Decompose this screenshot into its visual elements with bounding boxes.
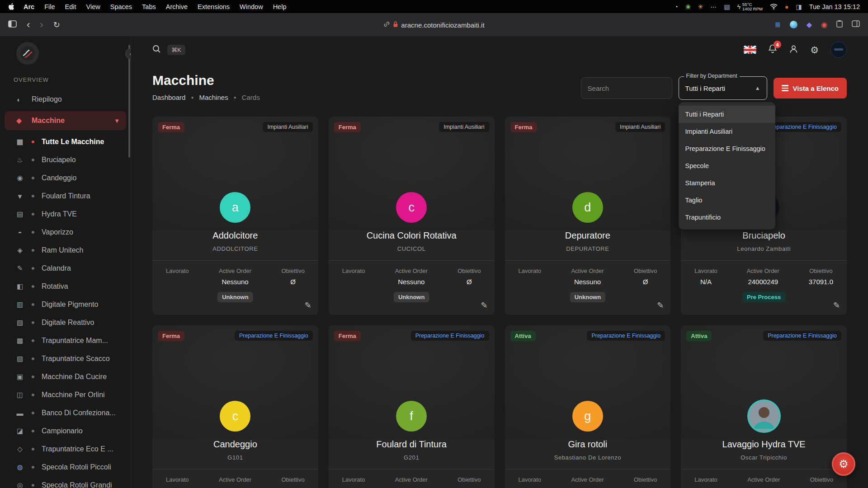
edit-pencil-icon[interactable]: ✎ — [305, 300, 311, 310]
bullet-dot — [32, 375, 34, 378]
split-view-icon[interactable] — [852, 20, 860, 29]
machine-card-addolcitore[interactable]: Ferma Impianti Ausiliari a Addolcitore A… — [152, 117, 318, 315]
dropdown-option-stamperia[interactable]: Stamperia — [679, 174, 775, 192]
menu-extensions[interactable]: Extensions — [193, 3, 235, 10]
machine-subtitle: Oscar Tripicchio — [681, 454, 847, 461]
menubar-app-name[interactable]: Arc — [19, 3, 39, 10]
app-status-icon[interactable]: ● — [785, 4, 788, 10]
display-icon[interactable]: ▤ — [724, 4, 730, 10]
sidebar-item-digitale-pigmento[interactable]: ▥Digitale Pigmento — [0, 296, 131, 314]
menu-spaces[interactable]: Spaces — [105, 3, 137, 10]
wifi-icon[interactable] — [770, 4, 778, 9]
sidebar-section-label: OVERVIEW — [14, 76, 131, 83]
browser-extension-icon[interactable] — [790, 21, 797, 28]
sidebar-item-trapuntatrice-scacco[interactable]: ▧Trapuntatrice Scacco — [0, 350, 131, 368]
link-icon — [383, 21, 390, 28]
sidebar-item-tutte-le-macchine[interactable]: ▦Tutte Le Macchine — [0, 133, 131, 151]
breadcrumb-machines[interactable]: Machines — [199, 94, 228, 101]
sidebar-item-calandra[interactable]: ✎Calandra — [0, 259, 131, 277]
language-flag-icon[interactable] — [744, 46, 756, 54]
url-text: aracne.cotonificiozambaiti.it — [401, 21, 484, 28]
stat-label: Obiettivo — [634, 476, 657, 483]
sidebar-item-riepilogo[interactable]: ◐ Riepilogo — [0, 90, 131, 108]
sidebar-item-foulard-tintura[interactable]: ▼Foulard Tintura — [0, 187, 131, 205]
menu-tabs[interactable]: Tabs — [137, 3, 161, 10]
sidebar-item-vaporizzo[interactable]: ◓Vaporizzo — [0, 223, 131, 241]
sidebar-item-candeggio[interactable]: ◉Candeggio — [0, 169, 131, 187]
sidebar-item-macchine-da-cucire[interactable]: ▣Macchine Da Cucire — [0, 368, 131, 386]
reading-list-icon[interactable]: ≣ — [774, 21, 780, 28]
more-menu-icon[interactable]: ⋯ — [710, 4, 717, 10]
sidebar-toggle-icon[interactable] — [8, 20, 17, 29]
sidebar-item-specola-rotoli-grandi[interactable]: ◎Specola Rotoli Grandi — [0, 476, 131, 488]
sidebar-item-campionario[interactable]: ◪Campionario — [0, 422, 131, 440]
machine-card-foulard-di-tintura[interactable]: Ferma Preparazione E Finissaggio f Foula… — [329, 325, 495, 488]
machine-card-lavaggio-hydra-tve[interactable]: Attiva Preparazione E Finissaggio Lavagg… — [681, 325, 847, 488]
sidebar-collapse-button[interactable]: ‹ — [125, 48, 131, 59]
sidebar-item-label: Specola Rotoli Piccoli — [42, 463, 111, 471]
menu-window[interactable]: Window — [235, 3, 268, 10]
istat-icon[interactable]: ✳ — [698, 4, 703, 10]
sidebar-scrollbar[interactable] — [128, 45, 130, 158]
profile-avatar[interactable] — [830, 42, 847, 58]
dropdown-option-tutti[interactable]: Tutti i Reparti — [679, 106, 775, 123]
avatar-letter: c — [232, 409, 239, 423]
reload-button[interactable]: ↻ — [53, 21, 60, 29]
adblock-extension-icon[interactable]: ◉ — [821, 21, 827, 28]
department-select[interactable]: Tutti i Reparti ▲ — [679, 76, 767, 100]
clipboard-icon[interactable] — [836, 20, 843, 29]
sidebar-item-macchine[interactable]: ◆ Macchine ▼ — [5, 111, 126, 130]
search-shortcut-badge[interactable]: ⌘K — [167, 45, 185, 55]
dropdown-option-taglio[interactable]: Taglio — [679, 192, 775, 209]
sidebar-item-digitale-reattivo[interactable]: ▨Digitale Reattivo — [0, 314, 131, 332]
menubar-clock[interactable]: Tue Jan 13 15:12 — [809, 3, 860, 10]
breadcrumb-cards: Cards — [242, 94, 260, 101]
menu-help[interactable]: Help — [268, 3, 292, 10]
edit-pencil-icon[interactable]: ✎ — [657, 300, 664, 310]
sidebar-item-rotativa[interactable]: ◧Rotativa — [0, 277, 131, 296]
sidebar-item-bruciapelo[interactable]: ♨Bruciapelo — [0, 151, 131, 169]
machine-card-gira-rotoli[interactable]: Attiva Preparazione E Finissaggio g Gira… — [505, 325, 671, 488]
apple-logo-icon[interactable] — [8, 3, 15, 10]
settings-gear-icon[interactable]: ⚙ — [810, 45, 819, 55]
dropdown-option-preparazione[interactable]: Preparazione E Finissaggio — [679, 140, 775, 157]
sensor-readout[interactable]: ϟ 55°C 1402 RPM — [737, 2, 763, 11]
list-view-button[interactable]: Vista a Elenco — [774, 78, 847, 99]
settings-fab-button[interactable]: ⚙ — [832, 452, 855, 476]
address-bar[interactable]: aracne.cotonificiozambaiti.it — [383, 21, 484, 28]
sidebar-item-specola-rotoli-piccoli[interactable]: ◍Specola Rotoli Piccoli — [0, 458, 131, 476]
user-icon[interactable] — [789, 44, 798, 56]
sidebar-item-trapuntatrice-mam[interactable]: ▩Trapuntatrice Mam... — [0, 332, 131, 350]
menu-archive[interactable]: Archive — [161, 3, 193, 10]
dropdown-option-trapuntificio[interactable]: Trapuntificio — [679, 209, 775, 226]
menu-edit[interactable]: Edit — [60, 3, 81, 10]
forward-button[interactable]: › — [40, 20, 43, 30]
menu-file[interactable]: File — [39, 3, 60, 10]
notifications-button[interactable]: 4 — [768, 44, 777, 56]
edit-pencil-icon[interactable]: ✎ — [833, 300, 840, 310]
machine-card-cucina-colori[interactable]: Ferma Impianti Ausiliari c Cucina Colori… — [329, 117, 495, 315]
sidebar-item-ram-unitech[interactable]: ◈Ram Unitech — [0, 241, 131, 259]
dropdown-option-specole[interactable]: Specole — [679, 157, 775, 174]
department-badge: Preparazione E Finissaggio — [235, 331, 313, 341]
edit-pencil-icon[interactable]: ✎ — [481, 300, 487, 310]
dye-icon: ▼ — [14, 192, 25, 200]
password-extension-icon[interactable]: ◆ — [807, 21, 812, 28]
menu-view[interactable]: View — [81, 3, 105, 10]
gauge-icon[interactable]: ◔ — [674, 4, 678, 10]
control-center-icon[interactable]: ◨ — [796, 4, 802, 10]
search-input[interactable] — [581, 77, 672, 99]
avatar-letter: d — [584, 201, 591, 215]
sidebar-item-hydra-tve[interactable]: ▤Hydra TVE — [0, 205, 131, 223]
machine-card-candeggio[interactable]: Ferma Preparazione E Finissaggio c Cande… — [152, 325, 318, 488]
search-icon[interactable] — [152, 45, 161, 55]
breadcrumb-dashboard[interactable]: Dashboard — [152, 94, 185, 101]
sidebar-item-trapuntatrice-eco[interactable]: ◇Trapuntatrice Eco E ... — [0, 440, 131, 458]
machine-card-depuratore[interactable]: Ferma Impianti Ausiliari d Depuratore DE… — [505, 117, 671, 315]
back-button[interactable]: ‹ — [27, 20, 30, 30]
sidebar-item-macchine-per-orlini[interactable]: ◫Macchine Per Orlini — [0, 386, 131, 404]
dropdown-option-impianti[interactable]: Impianti Ausiliari — [679, 123, 775, 140]
sidebar-item-banco-di-confezionamento[interactable]: ▬Banco Di Confeziona... — [0, 404, 131, 422]
company-logo[interactable] — [16, 42, 39, 65]
leaf-icon[interactable]: ❀ — [685, 4, 691, 10]
